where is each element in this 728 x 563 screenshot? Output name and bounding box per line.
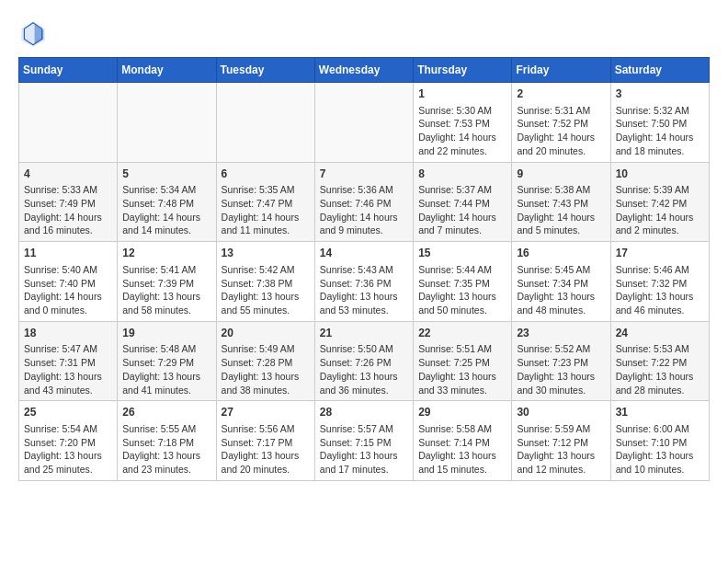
day-info-line: Sunset: 7:14 PM [418,436,506,450]
day-number: 27 [222,405,310,420]
day-number: 2 [517,86,605,102]
day-number: 13 [222,246,310,261]
day-info-line: Daylight: 13 hours [24,370,112,384]
day-info-line: Sunset: 7:47 PM [222,197,310,211]
day-info-line: Daylight: 14 hours [616,211,704,224]
calendar-table: SundayMondayTuesdayWednesdayThursdayFrid… [18,57,710,481]
calendar-cell: 4Sunrise: 5:33 AMSunset: 7:49 PMDaylight… [19,162,118,242]
calendar-cell [19,83,118,163]
calendar-week-row: 1Sunrise: 5:30 AMSunset: 7:53 PMDaylight… [19,83,710,163]
day-info-line: Sunrise: 5:53 AM [616,342,704,356]
day-number: 26 [122,405,210,420]
calendar-cell: 31Sunrise: 6:00 AMSunset: 7:10 PMDayligh… [610,401,709,481]
day-info-line: Sunset: 7:50 PM [616,117,704,131]
day-info-line: and 41 minutes. [122,384,210,397]
day-info-line: Daylight: 13 hours [24,449,112,463]
day-info-line: and 53 minutes. [320,304,408,317]
day-info-line: Sunrise: 6:00 AM [616,422,704,436]
day-number: 16 [517,246,605,261]
day-number: 25 [24,405,112,420]
day-number: 3 [616,86,704,102]
day-info-line: Sunrise: 5:50 AM [320,342,408,356]
day-info-line: Sunset: 7:20 PM [24,436,112,450]
day-info-line: and 15 minutes. [418,463,506,477]
col-header-sunday: Sunday [19,58,118,83]
col-header-wednesday: Wednesday [314,58,413,83]
calendar-cell: 21Sunrise: 5:50 AMSunset: 7:26 PMDayligh… [314,321,413,401]
calendar-cell: 19Sunrise: 5:48 AMSunset: 7:29 PMDayligh… [118,321,216,401]
calendar-cell: 7Sunrise: 5:36 AMSunset: 7:46 PMDaylight… [314,162,413,242]
day-info-line: Daylight: 14 hours [24,290,112,304]
day-number: 21 [320,326,408,341]
day-number: 12 [122,246,210,261]
day-info-line: and 5 minutes. [517,224,605,237]
day-number: 9 [517,167,605,182]
day-info-line: Daylight: 13 hours [222,290,310,304]
calendar-cell: 14Sunrise: 5:43 AMSunset: 7:36 PMDayligh… [314,242,413,322]
calendar-week-row: 18Sunrise: 5:47 AMSunset: 7:31 PMDayligh… [19,321,710,401]
day-info-line: Daylight: 13 hours [320,370,408,384]
day-info-line: Daylight: 13 hours [418,290,506,304]
day-info-line: Sunset: 7:12 PM [517,436,605,450]
calendar-cell: 11Sunrise: 5:40 AMSunset: 7:40 PMDayligh… [19,242,118,322]
page-header [18,18,710,48]
day-number: 31 [616,405,704,420]
day-info-line: Sunset: 7:15 PM [320,436,408,450]
day-number: 15 [418,246,506,261]
day-number: 8 [418,167,506,182]
day-info-line: Sunset: 7:31 PM [24,356,112,370]
day-info-line: Daylight: 13 hours [222,449,310,463]
calendar-cell [118,83,216,163]
day-info-line: Daylight: 13 hours [222,370,310,384]
day-info-line: and 18 minutes. [616,144,704,158]
day-info-line: Daylight: 13 hours [122,290,210,304]
day-info-line: Sunrise: 5:35 AM [222,183,310,197]
day-info-line: Sunset: 7:22 PM [616,356,704,370]
day-info-line: and 30 minutes. [517,384,605,397]
calendar-cell: 12Sunrise: 5:41 AMSunset: 7:39 PMDayligh… [118,242,216,322]
day-info-line: Daylight: 14 hours [418,131,506,144]
day-info-line: and 0 minutes. [24,304,112,317]
day-info-line: and 16 minutes. [24,224,112,237]
day-info-line: Daylight: 13 hours [616,449,704,463]
day-info-line: and 20 minutes. [222,463,310,477]
calendar-cell: 27Sunrise: 5:56 AMSunset: 7:17 PMDayligh… [216,401,314,481]
day-info-line: Sunset: 7:42 PM [616,197,704,211]
day-number: 6 [222,167,310,182]
calendar-cell: 10Sunrise: 5:39 AMSunset: 7:42 PMDayligh… [610,162,709,242]
day-info-line: and 36 minutes. [320,384,408,397]
day-info-line: and 10 minutes. [616,463,704,477]
day-info-line: Sunrise: 5:43 AM [320,263,408,277]
calendar-cell: 18Sunrise: 5:47 AMSunset: 7:31 PMDayligh… [19,321,118,401]
day-info-line: Daylight: 13 hours [122,449,210,463]
day-info-line: and 33 minutes. [418,384,506,397]
calendar-cell: 23Sunrise: 5:52 AMSunset: 7:23 PMDayligh… [512,321,610,401]
day-info-line: Sunrise: 5:44 AM [418,263,506,277]
day-info-line: Sunrise: 5:55 AM [122,422,210,436]
day-info-line: Sunrise: 5:36 AM [320,183,408,197]
day-info-line: Sunset: 7:28 PM [222,356,310,370]
day-info-line: Sunset: 7:38 PM [222,277,310,291]
day-number: 10 [616,167,704,182]
day-info-line: Sunset: 7:49 PM [24,197,112,211]
calendar-cell: 30Sunrise: 5:59 AMSunset: 7:12 PMDayligh… [512,401,610,481]
logo-icon [18,18,48,48]
col-header-saturday: Saturday [610,58,709,83]
day-info-line: Daylight: 13 hours [517,290,605,304]
day-info-line: Sunset: 7:40 PM [24,277,112,291]
calendar-cell: 5Sunrise: 5:34 AMSunset: 7:48 PMDaylight… [118,162,216,242]
day-info-line: and 28 minutes. [616,384,704,397]
day-info-line: Daylight: 14 hours [320,211,408,224]
day-info-line: Sunset: 7:44 PM [418,197,506,211]
day-info-line: Daylight: 14 hours [418,211,506,224]
calendar-week-row: 25Sunrise: 5:54 AMSunset: 7:20 PMDayligh… [19,401,710,481]
day-number: 1 [418,86,506,102]
col-header-tuesday: Tuesday [216,58,314,83]
calendar-cell: 1Sunrise: 5:30 AMSunset: 7:53 PMDaylight… [414,83,512,163]
logo [18,18,51,48]
day-info-line: Sunrise: 5:40 AM [24,263,112,277]
day-info-line: Sunset: 7:10 PM [616,436,704,450]
calendar-cell: 8Sunrise: 5:37 AMSunset: 7:44 PMDaylight… [414,162,512,242]
day-info-line: Daylight: 14 hours [222,211,310,224]
day-info-line: Daylight: 13 hours [616,370,704,384]
